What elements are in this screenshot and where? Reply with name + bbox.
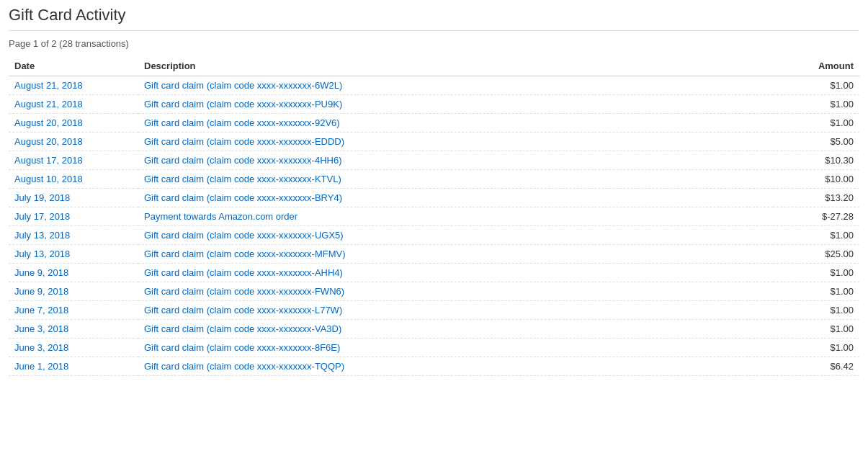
cell-date: August 20, 2018 bbox=[9, 114, 138, 133]
cell-amount: $1.00 bbox=[773, 320, 859, 339]
table-row: July 19, 2018Gift card claim (claim code… bbox=[9, 189, 859, 207]
cell-description: Gift card claim (claim code xxxx-xxxxxxx… bbox=[138, 282, 773, 301]
header-description: Description bbox=[138, 56, 773, 76]
table-row: August 10, 2018Gift card claim (claim co… bbox=[9, 170, 859, 189]
cell-description: Gift card claim (claim code xxxx-xxxxxxx… bbox=[138, 226, 773, 245]
table-row: June 7, 2018Gift card claim (claim code … bbox=[9, 301, 859, 320]
pagination-info: Page 1 of 2 (28 transactions) bbox=[9, 38, 859, 49]
cell-date: July 19, 2018 bbox=[9, 189, 138, 207]
cell-amount: $10.00 bbox=[773, 170, 859, 189]
table-row: June 9, 2018Gift card claim (claim code … bbox=[9, 264, 859, 282]
cell-amount: $10.30 bbox=[773, 151, 859, 170]
cell-amount: $1.00 bbox=[773, 339, 859, 357]
transactions-table: Date Description Amount August 21, 2018G… bbox=[9, 56, 859, 376]
cell-description: Gift card claim (claim code xxxx-xxxxxxx… bbox=[138, 245, 773, 264]
cell-date: August 21, 2018 bbox=[9, 76, 138, 95]
table-row: June 9, 2018Gift card claim (claim code … bbox=[9, 282, 859, 301]
table-row: June 1, 2018Gift card claim (claim code … bbox=[9, 357, 859, 376]
cell-amount: $1.00 bbox=[773, 76, 859, 95]
cell-date: June 7, 2018 bbox=[9, 301, 138, 320]
cell-description: Gift card claim (claim code xxxx-xxxxxxx… bbox=[138, 76, 773, 95]
cell-amount: $5.00 bbox=[773, 133, 859, 151]
cell-amount: $1.00 bbox=[773, 95, 859, 114]
table-row: June 3, 2018Gift card claim (claim code … bbox=[9, 320, 859, 339]
cell-description: Gift card claim (claim code xxxx-xxxxxxx… bbox=[138, 133, 773, 151]
table-row: July 17, 2018Payment towards Amazon.com … bbox=[9, 207, 859, 226]
cell-description: Gift card claim (claim code xxxx-xxxxxxx… bbox=[138, 339, 773, 357]
cell-date: July 13, 2018 bbox=[9, 226, 138, 245]
page-title: Gift Card Activity bbox=[9, 6, 859, 31]
cell-amount: $1.00 bbox=[773, 114, 859, 133]
cell-description: Gift card claim (claim code xxxx-xxxxxxx… bbox=[138, 264, 773, 282]
cell-description: Gift card claim (claim code xxxx-xxxxxxx… bbox=[138, 320, 773, 339]
cell-description: Gift card claim (claim code xxxx-xxxxxxx… bbox=[138, 170, 773, 189]
table-row: August 20, 2018Gift card claim (claim co… bbox=[9, 133, 859, 151]
table-row: August 17, 2018Gift card claim (claim co… bbox=[9, 151, 859, 170]
cell-amount: $1.00 bbox=[773, 301, 859, 320]
cell-date: August 21, 2018 bbox=[9, 95, 138, 114]
cell-description: Gift card claim (claim code xxxx-xxxxxxx… bbox=[138, 357, 773, 376]
cell-date: June 3, 2018 bbox=[9, 320, 138, 339]
cell-amount: $1.00 bbox=[773, 282, 859, 301]
table-row: July 13, 2018Gift card claim (claim code… bbox=[9, 245, 859, 264]
header-date: Date bbox=[9, 56, 138, 76]
cell-date: June 9, 2018 bbox=[9, 264, 138, 282]
cell-date: June 3, 2018 bbox=[9, 339, 138, 357]
cell-amount: $-27.28 bbox=[773, 207, 859, 226]
cell-date: August 17, 2018 bbox=[9, 151, 138, 170]
cell-description: Payment towards Amazon.com order bbox=[138, 207, 773, 226]
cell-date: August 20, 2018 bbox=[9, 133, 138, 151]
table-row: August 21, 2018Gift card claim (claim co… bbox=[9, 95, 859, 114]
cell-description: Gift card claim (claim code xxxx-xxxxxxx… bbox=[138, 301, 773, 320]
cell-description: Gift card claim (claim code xxxx-xxxxxxx… bbox=[138, 189, 773, 207]
cell-amount: $1.00 bbox=[773, 226, 859, 245]
table-row: August 20, 2018Gift card claim (claim co… bbox=[9, 114, 859, 133]
cell-date: July 17, 2018 bbox=[9, 207, 138, 226]
cell-description: Gift card claim (claim code xxxx-xxxxxxx… bbox=[138, 151, 773, 170]
cell-date: June 1, 2018 bbox=[9, 357, 138, 376]
table-row: August 21, 2018Gift card claim (claim co… bbox=[9, 76, 859, 95]
cell-date: June 9, 2018 bbox=[9, 282, 138, 301]
cell-amount: $25.00 bbox=[773, 245, 859, 264]
cell-description: Gift card claim (claim code xxxx-xxxxxxx… bbox=[138, 114, 773, 133]
cell-date: July 13, 2018 bbox=[9, 245, 138, 264]
cell-description: Gift card claim (claim code xxxx-xxxxxxx… bbox=[138, 95, 773, 114]
header-amount: Amount bbox=[773, 56, 859, 76]
cell-date: August 10, 2018 bbox=[9, 170, 138, 189]
table-row: June 3, 2018Gift card claim (claim code … bbox=[9, 339, 859, 357]
cell-amount: $6.42 bbox=[773, 357, 859, 376]
table-row: July 13, 2018Gift card claim (claim code… bbox=[9, 226, 859, 245]
cell-amount: $13.20 bbox=[773, 189, 859, 207]
cell-amount: $1.00 bbox=[773, 264, 859, 282]
